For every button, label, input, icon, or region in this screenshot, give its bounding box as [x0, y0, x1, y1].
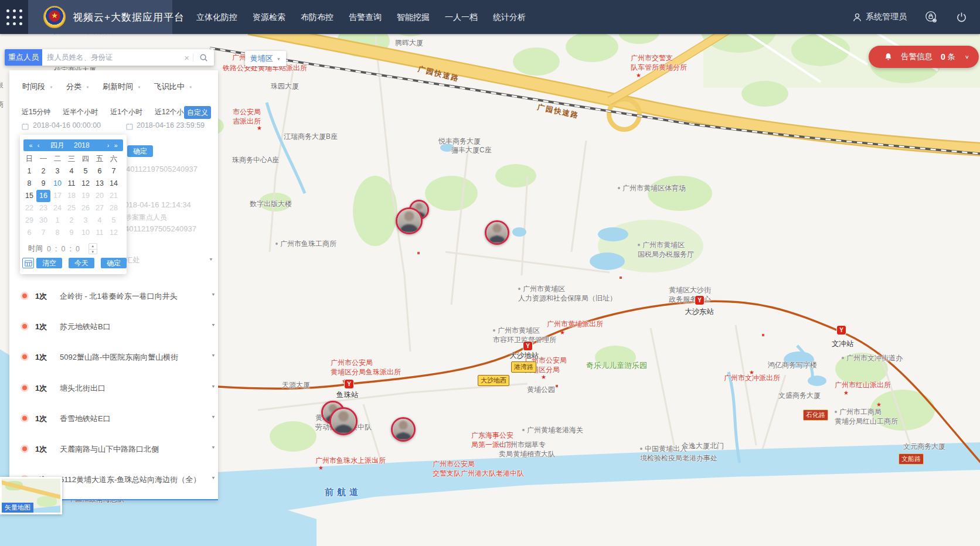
calendar-action-button[interactable]: 确定 — [101, 258, 127, 268]
calendar-day[interactable]: 11 — [64, 178, 79, 190]
time-stepper[interactable]: ▲▼ — [89, 243, 97, 254]
calendar-day[interactable]: 3 — [50, 165, 64, 178]
calendar-day[interactable]: 20 — [93, 190, 107, 202]
user-icon[interactable] — [852, 12, 862, 22]
current-user[interactable]: 系统管理员 — [866, 12, 907, 22]
person-capture-marker[interactable] — [329, 407, 358, 435]
calendar-day[interactable]: 24 — [50, 202, 64, 214]
filter-dropdown[interactable]: 飞识比中▼ — [154, 81, 193, 92]
calendar-day[interactable]: 25 — [64, 202, 79, 214]
chevron-down-icon[interactable]: ▼ — [211, 415, 216, 419]
calendar-mode-button[interactable] — [22, 258, 34, 268]
calendar-month[interactable]: 四月 — [50, 141, 64, 151]
calendar-day[interactable]: 11 — [93, 227, 107, 239]
step-down-icon[interactable]: ▼ — [89, 250, 97, 255]
metro-station-icon[interactable]: Y — [345, 380, 353, 388]
filter-dropdown[interactable]: 时间段▼ — [22, 81, 53, 92]
calendar-day[interactable]: 28 — [107, 202, 121, 214]
next-year-button[interactable]: » — [112, 142, 120, 149]
calendar-day[interactable]: 4 — [64, 165, 79, 178]
nav-item[interactable]: 资源检索 — [245, 0, 293, 34]
metro-station-icon[interactable]: Y — [695, 296, 704, 305]
nav-item[interactable]: 统计分析 — [485, 0, 533, 34]
calendar-day[interactable]: 2 — [36, 165, 50, 178]
chevron-down-icon[interactable]: ▼ — [211, 476, 216, 480]
hour-value[interactable]: 0 — [47, 245, 51, 253]
chevron-down-icon[interactable]: ▼ — [211, 445, 216, 450]
result-row[interactable]: 1次香雪地铁站E口▼ — [9, 412, 218, 424]
calendar-day[interactable]: 9 — [64, 227, 79, 239]
chevron-down-icon[interactable]: ▼ — [211, 384, 216, 389]
chevron-down-icon[interactable]: ▼ — [209, 257, 213, 262]
calendar-day[interactable]: 15 — [22, 190, 36, 202]
calendar-day[interactable]: 4 — [93, 214, 107, 227]
person-capture-marker[interactable] — [391, 417, 416, 442]
calendar-confirm-button[interactable]: 确定 — [127, 145, 153, 157]
calendar-day[interactable]: 16 — [36, 190, 50, 202]
calendar-day[interactable]: 10 — [79, 227, 93, 239]
step-up-icon[interactable]: ▲ — [89, 244, 97, 250]
start-datetime-input[interactable]: 2018-04-16 00:00:00 — [33, 121, 101, 129]
calendar-day[interactable]: 29 — [22, 214, 36, 227]
power-icon[interactable] — [956, 12, 967, 23]
calendar-day[interactable]: 30 — [36, 214, 50, 227]
key-person-tag-button[interactable]: 重点人员 — [5, 49, 42, 66]
calendar-day[interactable]: 19 — [79, 190, 93, 202]
alert-info-button[interactable]: 告警信息 0 条 ∨ — [869, 46, 979, 68]
nav-item[interactable]: 智能挖掘 — [389, 0, 437, 34]
chevron-down-icon[interactable]: ▼ — [211, 292, 216, 297]
person-capture-marker[interactable] — [485, 220, 509, 245]
filter-dropdown[interactable]: 分类▼ — [66, 81, 90, 92]
nav-item[interactable]: 一人一档 — [437, 0, 485, 34]
minute-value[interactable]: 0 — [61, 245, 65, 253]
quick-range-button[interactable]: 近1个小时 — [110, 107, 142, 117]
nav-item[interactable]: 立体化防控 — [189, 0, 245, 34]
calendar-day[interactable]: 14 — [107, 178, 121, 190]
calendar-day[interactable]: 13 — [93, 178, 107, 190]
nav-item[interactable]: 告警查询 — [341, 0, 389, 34]
prev-month-button[interactable]: ‹ — [35, 142, 42, 149]
calendar-day[interactable]: 1 — [22, 165, 36, 178]
nav-item[interactable]: 布防布控 — [293, 0, 341, 34]
minimap[interactable]: 矢量地图 — [0, 477, 62, 514]
end-datetime-input[interactable]: 2018-04-16 23:59:59 — [137, 121, 205, 129]
calendar-day[interactable]: 26 — [79, 202, 93, 214]
result-row[interactable]: 1次5092蟹山路-中医院东南向蟹山横街▼ — [9, 351, 218, 363]
app-grid-icon[interactable] — [0, 0, 28, 34]
search-input[interactable] — [42, 53, 181, 62]
metro-station-icon[interactable]: Y — [837, 326, 846, 335]
calendar-year[interactable]: 2018 — [74, 141, 90, 149]
chevron-down-icon[interactable]: ▼ — [211, 323, 216, 327]
calendar-day[interactable]: 27 — [93, 202, 107, 214]
calendar-day[interactable]: 3 — [79, 214, 93, 227]
calendar-day[interactable]: 5 — [107, 214, 121, 227]
result-row[interactable]: 1次企岭街 - 北1巷秦岭东一巷口向井头▼ — [9, 290, 218, 302]
district-select[interactable]: 黄埔区 ▼ — [245, 51, 286, 66]
calendar-day[interactable]: 7 — [107, 165, 121, 178]
quick-range-button[interactable]: 近15分钟 — [22, 107, 50, 117]
chevron-down-icon[interactable]: ▼ — [211, 353, 216, 358]
calendar-day[interactable]: 10 — [50, 178, 64, 190]
prev-year-button[interactable]: « — [27, 142, 35, 149]
calendar-action-button[interactable]: 今天 — [69, 258, 94, 268]
filter-dropdown[interactable]: 刷新时间▼ — [103, 81, 141, 92]
calendar-day[interactable]: 1 — [50, 214, 64, 227]
calendar-day[interactable]: 21 — [107, 190, 121, 202]
clear-icon[interactable]: × — [181, 53, 193, 63]
next-month-button[interactable]: › — [104, 142, 112, 149]
second-value[interactable]: 0 — [76, 245, 80, 253]
calendar-day[interactable]: 18 — [64, 190, 79, 202]
quick-range-button[interactable]: 近半个小时 — [63, 107, 98, 117]
calendar-day[interactable]: 6 — [93, 165, 107, 178]
calendar-day[interactable]: 22 — [22, 202, 36, 214]
calendar-day[interactable]: 8 — [22, 178, 36, 190]
calendar-day[interactable]: 7 — [36, 227, 50, 239]
calendar-day[interactable]: 9 — [36, 178, 50, 190]
calendar-day[interactable]: 12 — [79, 178, 93, 190]
calendar-day[interactable]: 23 — [36, 202, 50, 214]
result-row[interactable]: 1次塘头北街出口▼ — [9, 382, 218, 394]
result-row[interactable]: 1次天麓南路与山下中路路口北侧▼ — [9, 443, 218, 455]
calendar-day[interactable]: 12 — [107, 227, 121, 239]
calendar-day[interactable]: 5 — [79, 165, 93, 178]
search-icon[interactable] — [193, 53, 214, 62]
